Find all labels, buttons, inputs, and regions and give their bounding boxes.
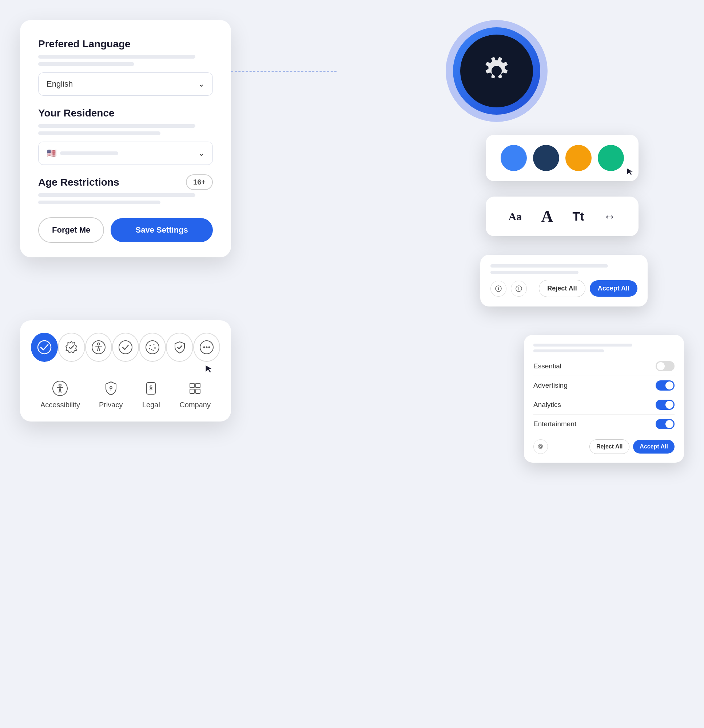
svg-point-5 [150,345,151,346]
company-nav-icon [186,379,205,398]
language-value: English [46,79,73,89]
detail-gear-btn[interactable] [533,439,548,454]
verified-icon[interactable] [58,333,85,362]
age-desc-line1 [38,193,195,197]
simple-check-icon[interactable] [112,333,139,362]
detail-line2 [533,350,604,352]
chevron-down-icon: ⌄ [198,79,205,89]
svg-point-14 [208,347,210,348]
essential-label: Essential [533,362,561,370]
svg-rect-22 [190,389,194,393]
nav-company[interactable]: Company [179,379,211,409]
residence-title: Your Residence [38,107,213,119]
analytics-row: Analytics ✓ [533,395,675,415]
privacy-label: Privacy [99,401,123,409]
lang-desc-line1 [38,55,195,59]
svg-point-24 [492,66,502,76]
advertising-toggle[interactable]: ✓ [656,380,675,391]
color-blue[interactable] [501,145,527,171]
essential-row: Essential [533,357,675,376]
cookie-settings-btn[interactable] [490,281,506,297]
legal-nav-icon: § [141,379,160,398]
typo-tt[interactable]: Tt [572,209,584,224]
company-label: Company [179,401,211,409]
accessibility-label: Accessibility [40,401,80,409]
svg-point-4 [146,341,159,354]
svg-point-12 [203,347,205,348]
entertainment-check: ✓ [669,422,673,427]
accessibility-icon-btn[interactable] [85,333,112,362]
nav-accessibility[interactable]: Accessibility [40,379,80,409]
icon-row [31,333,220,362]
advertising-row: Advertising ✓ [533,376,675,395]
detail-accept-button[interactable]: Accept All [633,440,675,454]
color-picker-card [486,135,639,181]
color-green[interactable] [598,145,624,171]
accessibility-nav-icon [50,379,69,398]
accept-all-button[interactable]: Accept All [590,280,638,297]
entertainment-label: Entertainment [533,420,576,428]
svg-point-0 [38,341,51,354]
svg-point-16 [59,384,61,386]
nav-items: Accessibility Privacy § Legal [31,373,220,409]
cursor-icon2 [625,167,635,178]
nav-legal[interactable]: § Legal [141,379,160,409]
legal-label: Legal [142,401,160,409]
cookie-info-btn[interactable] [511,281,527,297]
essential-knob [657,362,665,370]
gear-outer-circle [446,20,548,122]
cookie-buttons-row: Reject All Accept All [490,280,638,297]
svg-point-28 [540,446,542,448]
nav-privacy[interactable]: Privacy [99,379,123,409]
reject-all-button[interactable]: Reject All [539,280,585,297]
svg-point-8 [151,349,153,350]
residence-dropdown[interactable]: 🇺🇸 ⌄ [38,142,213,165]
advertising-check: ✓ [669,383,673,389]
cookie-line1 [490,264,608,267]
gear-inner-circle [460,35,533,107]
analytics-label: Analytics [533,401,561,409]
svg-point-2 [98,343,100,345]
cookie-icon[interactable] [139,333,166,362]
typography-card: Aa A Tt ↔ [486,196,639,236]
svg-point-27 [518,287,519,287]
entertainment-row: Entertainment ✓ [533,415,675,433]
svg-text:§: § [150,385,153,391]
gear-mid-circle [453,27,540,115]
bottom-nav-card: Accessibility Privacy § Legal [20,320,231,422]
detail-cookie-card: Essential Advertising ✓ Analytics ✓ Ente… [524,335,684,463]
chevron-down-icon2: ⌄ [198,149,205,158]
svg-point-10 [153,350,154,351]
cookie-line2 [490,271,578,274]
entertainment-toggle[interactable]: ✓ [656,419,675,429]
typo-a-large[interactable]: A [541,207,553,226]
res-desc-line2 [38,131,160,135]
detail-bottom-row: Reject All Accept All [533,439,675,454]
language-dropdown[interactable]: English ⌄ [38,72,213,96]
color-yellow[interactable] [566,145,591,171]
analytics-check: ✓ [669,402,673,408]
gear-container [446,20,548,122]
check-active-icon[interactable] [31,333,58,362]
forget-me-button[interactable]: Forget Me [38,217,104,243]
color-dark-blue[interactable] [533,145,559,171]
svg-point-6 [153,344,154,345]
essential-toggle[interactable] [656,361,675,371]
action-buttons: Forget Me Save Settings [38,217,213,243]
analytics-toggle[interactable]: ✓ [656,400,675,410]
detail-reject-button[interactable]: Reject All [589,439,629,454]
settings-card: Prefered Language English ⌄ Your Residen… [20,20,231,257]
more-icon[interactable] [193,333,220,362]
toggle-rows: Essential Advertising ✓ Analytics ✓ Ente… [533,357,675,433]
svg-point-9 [149,348,150,350]
svg-rect-21 [196,383,200,388]
privacy-nav-icon [101,379,120,398]
typo-aa[interactable]: Aa [509,210,522,223]
shield-icon[interactable] [166,333,193,362]
residence-value-placeholder [60,152,118,155]
svg-point-3 [119,341,132,354]
svg-rect-23 [196,389,200,393]
typo-arrow[interactable]: ↔ [604,209,616,224]
save-settings-button[interactable]: Save Settings [111,218,213,242]
detail-line1 [533,344,632,347]
